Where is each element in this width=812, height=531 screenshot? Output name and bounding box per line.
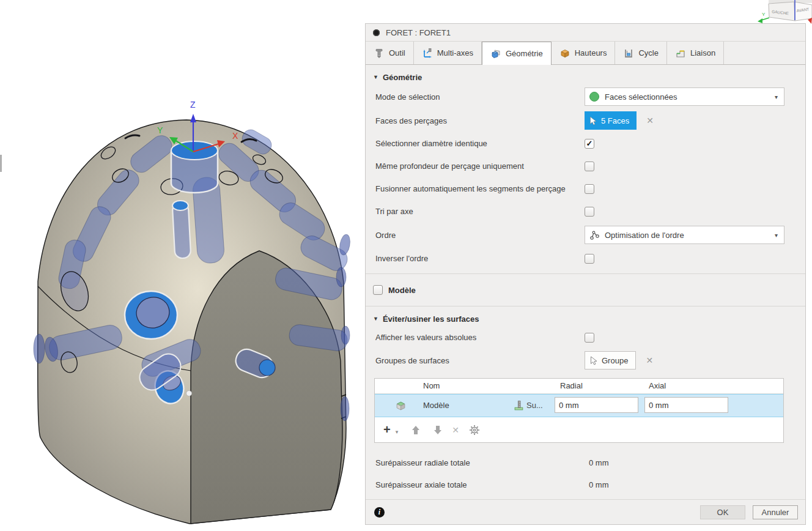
total-radial-value: 0 mm [589,458,609,467]
table-row[interactable]: Modèle Su... [375,394,783,417]
surface-group-button[interactable]: Groupe [585,351,636,369]
sort-by-axis-checkbox[interactable] [585,207,594,217]
section-geometrie[interactable]: ▼ Géométrie [366,70,805,84]
delete-row-icon[interactable]: ✕ [452,425,459,435]
clear-group-icon[interactable]: ✕ [646,355,653,365]
model-group-checkbox[interactable] [373,285,383,295]
row-label: Même profondeur de perçage uniquement [375,162,524,171]
section-avoid-surfaces[interactable]: ▼ Éviter/usiner les surfaces [366,311,805,326]
dialog-tabbar: Outil Multi-axes Géométrie [366,42,805,65]
add-row-menu-icon[interactable]: ▾ [396,429,399,435]
row-surface-groups: Groupes de surfaces Groupe ✕ [366,349,805,372]
selected-counterbore[interactable] [125,291,177,339]
row-label: Groupes de surfaces [375,356,449,365]
tab-label: Géométrie [506,49,543,58]
clear-selection-icon[interactable]: ✕ [646,116,654,125]
row-same-diameter: Sélectionner diamètre identique ✓ [366,132,805,155]
move-down-icon[interactable] [434,425,442,435]
row-model-group: Modèle [366,278,805,302]
tab-outil[interactable]: Outil [366,42,414,64]
application-window: Z Y X GAUCHE AVANT Y FORET : FORET1 [0,0,812,531]
model-cube-icon [396,400,406,410]
x-axis-label: X [232,131,238,141]
collapse-arrow-icon[interactable]: ▼ [373,316,378,322]
selection-mode-dropdown[interactable]: Faces sélectionnées ▾ [585,87,784,106]
divider [366,306,805,306]
row-order: Ordre Optimisation de l'ordre ▾ [366,223,805,247]
column-header-nom: Nom [423,381,440,390]
stock-mode-text[interactable]: Su... [526,401,543,410]
tab-label: Hauteurs [575,48,607,58]
collapse-arrow-icon[interactable]: ▼ [373,74,378,80]
same-diameter-checkbox[interactable]: ✓ [585,139,594,149]
table-toolbar: + ▾ ✕ [375,417,783,442]
dialog-footer: i OK Annuler [366,499,805,524]
absolute-values-checkbox[interactable] [585,333,594,343]
move-up-icon[interactable] [412,425,420,435]
row-same-depth: Même profondeur de perçage uniquement [366,155,805,177]
reverse-order-checkbox[interactable] [585,254,594,264]
cancel-button[interactable]: Annuler [753,505,798,519]
selected-boss-top-face[interactable] [171,141,218,160]
y-axis-label: Y [157,125,163,135]
order-dropdown[interactable]: Optimisation de l'ordre ▾ [585,226,784,244]
row-label: Surépaisseur axiale totale [375,480,467,489]
row-label: Tri par axe [375,207,413,216]
axial-stock-input[interactable] [644,397,728,413]
tab-label: Multi-axes [437,48,473,58]
row-absolute-values: Afficher les valeurs absolues [366,326,805,349]
row-label: Sélectionner diamètre identique [375,139,487,148]
heights-icon [559,48,570,59]
faces-selection-button[interactable]: 5 Faces [585,111,637,130]
row-label: Ordre [375,231,396,240]
divider [366,273,805,274]
view-cube[interactable]: GAUCHE AVANT Y [758,0,812,24]
row-label: Inverser l'ordre [375,254,428,263]
geometry-icon [490,48,501,59]
operation-dialog: FORET : FORET1 Outil [365,23,806,525]
row-total-radial-stock: Surépaisseur radiale totale 0 mm [366,451,805,473]
view-cube-y-label: Y [762,12,766,17]
selection-grip-dot[interactable] [186,391,192,396]
row-sort-by-axis: Tri par axe [366,200,805,223]
tab-label: Outil [389,48,405,58]
table-header: Nom Radial Axial [375,379,783,394]
ok-button[interactable]: OK [700,505,745,519]
tab-multi-axes[interactable]: Multi-axes [414,42,482,64]
tab-cycle[interactable]: Cycle [615,42,667,64]
selected-center-hole[interactable] [172,201,191,259]
cycle-icon [623,48,634,59]
info-icon[interactable]: i [374,507,385,518]
row-mode-selection: Mode de sélection Faces sélectionnées ▾ [366,84,805,109]
radial-stock-input[interactable] [555,397,638,413]
dialog-header[interactable]: FORET : FORET1 [366,24,805,42]
cursor-icon [590,356,597,365]
tab-liaison[interactable]: Liaison [667,42,724,64]
row-total-axial-stock: Surépaisseur axiale totale 0 mm [366,473,805,496]
dialog-title: FORET : FORET1 [386,28,451,37]
tab-hauteurs[interactable]: Hauteurs [552,42,616,64]
row-reverse-order: Inverser l'ordre [366,247,805,270]
linking-icon [675,48,686,59]
surface-groups-table: Nom Radial Axial Modèle [374,378,784,443]
tab-label: Liaison [690,48,715,58]
multi-axis-icon [422,48,433,59]
row-name: Modèle [423,401,449,410]
gear-icon[interactable] [469,425,480,436]
merge-segments-checkbox[interactable] [585,184,594,194]
same-depth-checkbox[interactable] [585,162,594,171]
dialog-content: ▼ Géométrie Mode de sélection Faces séle… [366,65,805,499]
row-merge-segments: Fusionner automatiquement les segments d… [366,177,805,200]
row-label: Mode de sélection [375,92,440,102]
total-axial-value: 0 mm [589,480,609,489]
add-row-icon[interactable]: + [383,423,391,437]
tab-geometrie[interactable]: Géométrie [482,42,552,65]
row-label: Fusionner automatiquement les segments d… [375,184,566,193]
z-axis-label: Z [190,100,196,110]
operation-status-icon [373,29,380,36]
selected-faces-mode-icon [589,92,599,102]
tab-label: Cycle [638,48,659,58]
row-drill-faces: Faces des perçages 5 Faces ✕ [366,109,805,132]
left-edge-panel-fragment [0,155,2,172]
order-optimization-icon [589,230,599,240]
